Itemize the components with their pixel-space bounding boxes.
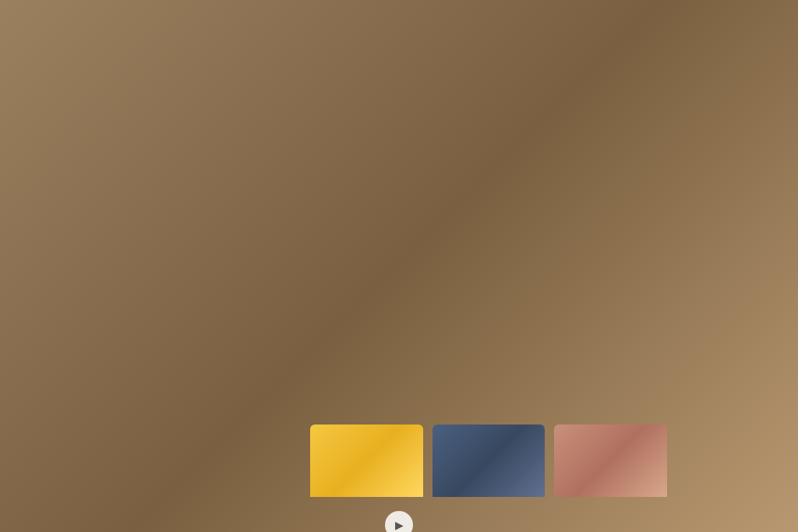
asset-grid: ▶ ★ animal-shelter.wmv ▶ ★ ch [189, 109, 789, 513]
asset-card-16[interactable]: ▶ library.jpeg [189, 425, 301, 514]
thumbnail-18 [433, 425, 545, 498]
app-window: MediaValet BROWSE UPLOAD APPROVE DOWNLOA… [0, 0, 798, 532]
thumbnail-17 [310, 425, 422, 498]
content-area: ▶ ★ animal-shelter.wmv ▶ ★ ch [179, 100, 798, 532]
thumbnail-16: ▶ [189, 425, 301, 514]
thumbnail-19 [554, 425, 666, 498]
main-content: CATEGORIES LIGHTBOXES FILTERS 🔍 ▾ 📁 Home… [0, 100, 798, 532]
